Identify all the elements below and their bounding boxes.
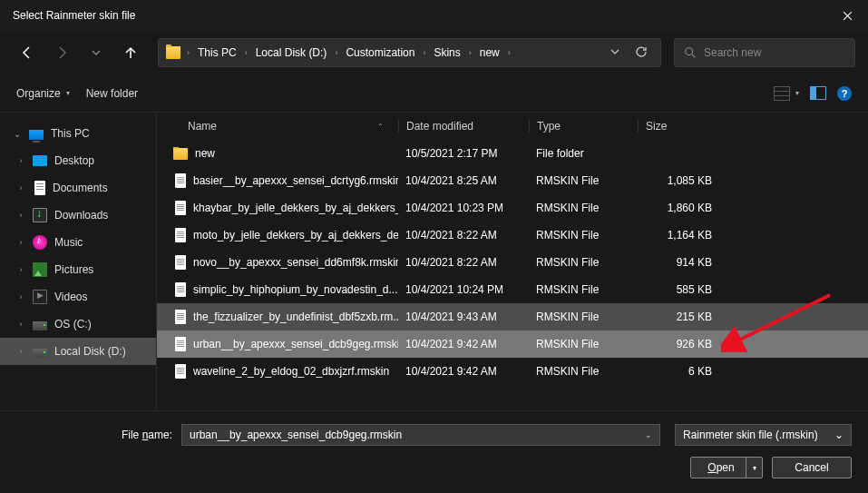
- chevron-right-icon[interactable]: ›: [16, 183, 25, 192]
- file-type: RMSKIN File: [529, 338, 638, 350]
- chevron-right-icon[interactable]: ›: [16, 347, 25, 356]
- file-size: 215 KB: [638, 311, 719, 323]
- file-size: 914 KB: [638, 256, 719, 269]
- sidebar-pictures[interactable]: ›Pictures: [0, 256, 156, 283]
- chevron-right-icon[interactable]: ›: [16, 238, 25, 247]
- file-row[interactable]: khaybar_by_jelle_dekkers_by_aj_dekkers_.…: [157, 194, 868, 222]
- file-size: 1,860 KB: [638, 202, 719, 214]
- breadcrumb-customization[interactable]: Customization: [344, 44, 416, 61]
- chevron-right-icon[interactable]: ›: [16, 292, 25, 301]
- file-name: simplic_by_hiphopium_by_novadestin_d...: [193, 283, 397, 296]
- help-icon[interactable]: ?: [837, 86, 852, 101]
- file-date: 10/4/2021 8:25 AM: [398, 174, 529, 187]
- new-folder-button[interactable]: New folder: [86, 87, 138, 100]
- refresh-icon[interactable]: [629, 45, 653, 61]
- file-date: 10/4/2021 8:22 AM: [398, 256, 529, 269]
- sidebar-music[interactable]: ›Music: [0, 229, 156, 256]
- pictures-icon: [33, 262, 47, 277]
- sidebar-os-c[interactable]: ›OS (C:): [0, 311, 156, 338]
- search-placeholder: Search new: [704, 46, 761, 59]
- sort-caret-icon: ⌃: [377, 123, 384, 131]
- search-input[interactable]: Search new: [674, 38, 855, 67]
- chevron-down-icon[interactable]: ⌄: [639, 430, 652, 439]
- file-row[interactable]: basier__by_apexxx_sensei_dcrtyg6.rmskin1…: [157, 167, 868, 194]
- chevron-right-icon[interactable]: ›: [16, 265, 25, 274]
- chevron-right-icon[interactable]: ›: [16, 320, 25, 329]
- file-date: 10/4/2021 8:22 AM: [398, 229, 529, 242]
- file-type-filter[interactable]: Rainmeter skin file (.rmskin)⌄: [675, 424, 852, 446]
- history-dropdown-icon[interactable]: [604, 46, 626, 60]
- sidebar-local-disk-d[interactable]: ›Local Disk (D:): [0, 338, 156, 365]
- file-type: RMSKIN File: [529, 229, 638, 242]
- chevron-down-icon[interactable]: ⌄: [834, 429, 844, 441]
- sidebar-this-pc[interactable]: ⌄This PC: [0, 120, 156, 147]
- chevron-right-icon[interactable]: ›: [505, 48, 513, 57]
- file-row[interactable]: simplic_by_hiphopium_by_novadestin_d...1…: [157, 276, 868, 303]
- file-list: Name⌃ Date modified Type Size new10/5/20…: [156, 113, 868, 410]
- forward-button[interactable]: [47, 38, 76, 67]
- chevron-right-icon[interactable]: ›: [184, 48, 192, 57]
- chevron-right-icon[interactable]: ›: [242, 48, 250, 57]
- toolbar: Organize▾ New folder ▾ ?: [0, 74, 868, 113]
- column-date[interactable]: Date modified: [398, 120, 529, 133]
- close-button[interactable]: [826, 0, 868, 31]
- filename-label: File name:: [16, 429, 172, 441]
- open-button[interactable]: Open▾: [690, 457, 763, 478]
- file-row[interactable]: urban__by_apexxx_sensei_dcb9geg.rmskin10…: [157, 330, 868, 358]
- search-icon: [684, 46, 697, 59]
- address-bar[interactable]: › This PC › Local Disk (D:) › Customizat…: [158, 38, 661, 67]
- window-title: Select Rainmeter skin file: [13, 9, 826, 22]
- cancel-button[interactable]: Cancel: [772, 457, 852, 478]
- file-date: 10/4/2021 10:24 PM: [398, 283, 529, 296]
- folder-icon: [166, 46, 180, 59]
- breadcrumb-drive[interactable]: Local Disk (D:): [254, 44, 329, 61]
- file-size: 6 KB: [638, 365, 719, 378]
- breadcrumb-new[interactable]: new: [478, 44, 502, 61]
- column-size[interactable]: Size: [638, 120, 719, 133]
- sidebar-desktop[interactable]: ›Desktop: [0, 147, 156, 174]
- file-row[interactable]: waveline_2_by_eldog_02_dbxjzrf.rmskin10/…: [157, 358, 868, 385]
- organize-menu[interactable]: Organize▾: [16, 87, 70, 100]
- file-size: 1,164 KB: [638, 229, 719, 242]
- sidebar-videos[interactable]: ›Videos: [0, 283, 156, 311]
- sidebar-documents[interactable]: ›Documents: [0, 174, 156, 202]
- open-split-dropdown[interactable]: ▾: [746, 458, 762, 478]
- breadcrumb-this-pc[interactable]: This PC: [196, 44, 239, 61]
- recent-dropdown[interactable]: [82, 38, 111, 67]
- file-type: RMSKIN File: [529, 311, 638, 323]
- column-name[interactable]: Name⌃: [166, 120, 398, 133]
- column-headers: Name⌃ Date modified Type Size: [157, 113, 868, 140]
- file-row[interactable]: novo__by_apexxx_sensei_dd6mf8k.rmskin10/…: [157, 249, 868, 276]
- preview-pane-icon[interactable]: [810, 86, 826, 100]
- chevron-right-icon[interactable]: ›: [420, 48, 428, 57]
- chevron-right-icon[interactable]: ›: [466, 48, 474, 57]
- file-size: 585 KB: [638, 283, 719, 296]
- file-date: 10/4/2021 9:42 AM: [398, 338, 529, 350]
- up-button[interactable]: [116, 38, 145, 67]
- file-row[interactable]: new10/5/2021 2:17 PMFile folder: [157, 140, 868, 167]
- file-row[interactable]: the_fizzualizer_by_undefinist_dbf5zxb.rm…: [157, 303, 868, 330]
- view-menu[interactable]: ▾: [774, 86, 799, 101]
- file-row[interactable]: moto_by_jelle_dekkers_by_aj_dekkers_de..…: [157, 222, 868, 249]
- sidebar-downloads[interactable]: ›Downloads: [0, 202, 156, 229]
- breadcrumb-skins[interactable]: Skins: [432, 44, 462, 61]
- chevron-right-icon[interactable]: ›: [16, 211, 25, 220]
- footer: File name: urban__by_apexxx_sensei_dcb9g…: [0, 410, 868, 493]
- drive-icon: [33, 349, 47, 358]
- file-icon: [175, 173, 186, 188]
- file-icon: [175, 310, 186, 324]
- file-date: 10/4/2021 9:42 AM: [398, 365, 529, 378]
- chevron-down-icon[interactable]: ⌄: [13, 129, 22, 139]
- music-icon: [33, 235, 47, 250]
- back-button[interactable]: [13, 38, 42, 67]
- file-name: novo__by_apexxx_sensei_dd6mf8k.rmskin: [193, 256, 398, 269]
- filename-input[interactable]: urban__by_apexxx_sensei_dcb9geg.rmskin⌄: [181, 424, 660, 446]
- titlebar: Select Rainmeter skin file: [0, 0, 868, 31]
- svg-point-0: [686, 48, 693, 55]
- file-type: File folder: [529, 147, 638, 160]
- chevron-right-icon[interactable]: ›: [332, 48, 340, 57]
- file-type: RMSKIN File: [529, 283, 638, 296]
- chevron-right-icon[interactable]: ›: [16, 156, 25, 165]
- column-type[interactable]: Type: [529, 120, 638, 133]
- file-size: 1,085 KB: [638, 174, 719, 187]
